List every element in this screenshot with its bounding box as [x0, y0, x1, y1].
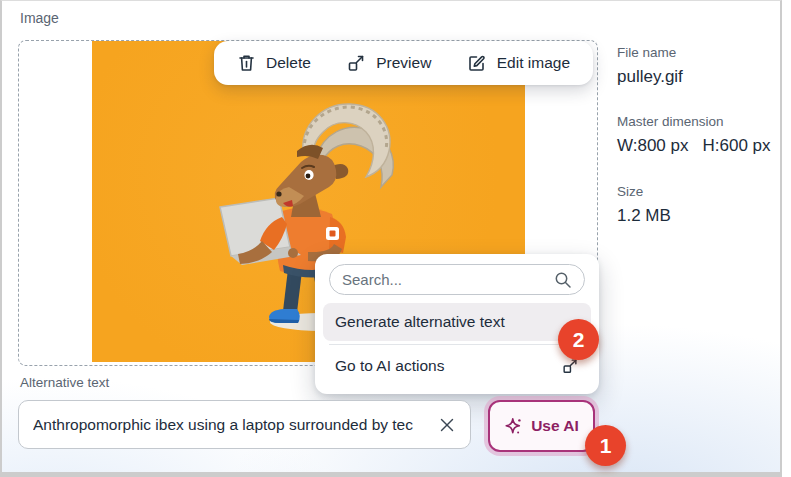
file-name-block: File name pulley.gif [617, 45, 782, 87]
menu-item-go-to-ai-actions[interactable]: Go to AI actions [323, 347, 591, 385]
delete-label: Delete [266, 54, 311, 72]
preview-label: Preview [376, 54, 431, 72]
ai-sparkle-icon [504, 417, 523, 436]
menu-item-generate-alt-text[interactable]: Generate alternative text [323, 303, 591, 341]
dropdown-search-box [329, 264, 585, 295]
file-name-label: File name [617, 45, 782, 60]
trash-icon [237, 53, 256, 73]
image-asset-panel: Image [2, 1, 780, 472]
size-label: Size [617, 184, 782, 199]
image-section-label: Image [20, 10, 59, 26]
menu-divider [329, 344, 585, 345]
edit-image-button[interactable]: Edit image [467, 53, 570, 73]
preview-button[interactable]: Preview [346, 53, 431, 73]
app-window: Image [0, 0, 782, 477]
close-icon [438, 416, 456, 434]
alternative-text-label: Alternative text [20, 375, 109, 390]
height-value: H:600 px [703, 136, 771, 155]
use-ai-label: Use AI [531, 417, 579, 435]
edit-image-label: Edit image [497, 54, 570, 72]
ai-actions-dropdown: Generate alternative text Go to AI actio… [315, 254, 599, 394]
step-badge-2: 2 [558, 319, 599, 360]
image-toolbar: Delete Preview Edit image [214, 41, 593, 85]
alternative-text-input[interactable] [33, 416, 436, 434]
master-dimension-label: Master dimension [617, 114, 782, 129]
preview-icon [346, 53, 366, 73]
size-value: 1.2 MB [617, 206, 782, 226]
search-icon [554, 271, 572, 289]
clear-text-button[interactable] [436, 414, 458, 436]
edit-icon [467, 53, 487, 73]
size-block: Size 1.2 MB [617, 184, 782, 226]
go-to-ai-actions-label: Go to AI actions [335, 357, 444, 375]
master-dimension-block: Master dimension W:800 pxH:600 px [617, 114, 782, 156]
width-value: W:800 px [617, 136, 689, 155]
file-name-value: pulley.gif [617, 67, 782, 87]
search-input[interactable] [342, 271, 554, 288]
step-badge-1: 1 [585, 425, 626, 466]
use-ai-button[interactable]: Use AI [488, 400, 595, 452]
alternative-text-field [18, 400, 471, 449]
generate-alt-text-label: Generate alternative text [335, 313, 505, 331]
delete-button[interactable]: Delete [237, 53, 311, 73]
